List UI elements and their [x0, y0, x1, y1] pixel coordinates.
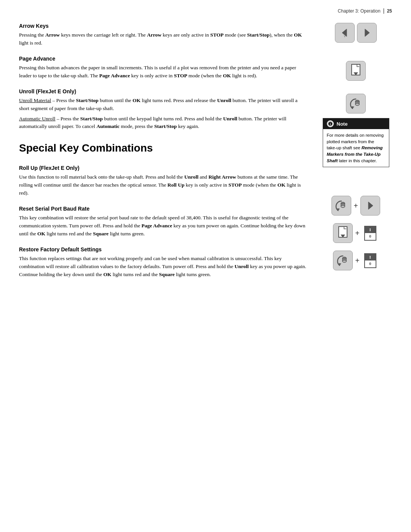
section-unroll: Unroll (FlexJet E Only) Unroll Material …	[19, 88, 308, 131]
header-divider	[384, 8, 384, 14]
roll-up-right-arrow-svg	[365, 200, 376, 211]
unroll-svg	[350, 97, 362, 110]
section-body-arrow-keys: Pressing the Arrow keys moves the carria…	[19, 31, 308, 47]
note-info-icon: i	[327, 120, 334, 127]
plus-icon-2: +	[355, 229, 359, 238]
section-body-reset-baud: This key combination will restore the se…	[19, 214, 308, 238]
svg-point-12	[341, 205, 345, 208]
info-circle-svg: i	[328, 121, 333, 126]
svg-point-7	[355, 103, 359, 105]
page-advance-button-icon	[346, 61, 366, 81]
reset-baud-icon-pair: + I 0	[333, 223, 378, 243]
section-title-unroll: Unroll (FlexJet E Only)	[19, 88, 308, 94]
restore-factory-icons-section: + I 0	[320, 251, 392, 278]
unroll-para-2: Automatic Unroll – Press the Start/Stop …	[19, 115, 308, 131]
plus-icon-3: +	[355, 256, 359, 265]
section-title-page-advance: Page Advance	[19, 56, 308, 62]
restore-factory-para: This function replaces settings that are…	[19, 255, 308, 279]
section-body-restore-factory: This function replaces settings that are…	[19, 255, 308, 279]
section-page-advance: Page Advance Pressing this button advanc…	[19, 56, 308, 80]
section-title-roll-up: Roll Up (FlexJet E Only)	[19, 165, 308, 171]
roll-up-unroll-icon	[331, 196, 351, 216]
svg-text:i: i	[330, 122, 331, 126]
restore-factory-icon-pair: + I 0	[333, 251, 378, 270]
power-top-2: I	[365, 254, 376, 260]
section-reset-baud: Reset Serial Port Baud Rate This key com…	[19, 206, 308, 238]
power-button-icon-1: I 0	[362, 223, 379, 243]
section-body-page-advance: Pressing this button advances the paper …	[19, 64, 308, 80]
arrow-keys-para: Pressing the Arrow keys moves the carria…	[19, 31, 308, 47]
note-header: i Note	[323, 118, 389, 129]
power-icon-container-2: I 0	[364, 253, 376, 268]
left-column: Arrow Keys Pressing the Arrow keys moves…	[19, 23, 308, 517]
content-area: Arrow Keys Pressing the Arrow keys moves…	[19, 23, 392, 517]
power-top-1: I	[365, 227, 376, 233]
power-bottom-2: 0	[365, 260, 376, 267]
reset-baud-page-advance-svg	[337, 226, 349, 240]
section-title-restore-factory: Restore Factory Default Settings	[19, 246, 308, 252]
roll-up-para: Use this function to roll material back …	[19, 173, 308, 197]
page-number: 25	[387, 8, 392, 14]
left-arrow-svg: Y	[339, 27, 350, 38]
unroll-icon-section: i Note For more details on removing plot…	[320, 94, 392, 175]
reset-baud-icons-section: + I 0	[320, 223, 392, 251]
unroll-para-1: Unroll Material – Press the Start/Stop b…	[19, 97, 308, 113]
right-column: Y	[320, 23, 392, 517]
section-title-reset-baud: Reset Serial Port Baud Rate	[19, 206, 308, 212]
right-arrow-button-icon	[357, 23, 377, 43]
arrow-key-icons: Y	[335, 23, 377, 43]
major-heading: Special Key Combinations	[19, 142, 308, 154]
power-button-icon-2: I 0	[362, 251, 379, 270]
section-body-roll-up: Use this function to roll material back …	[19, 173, 308, 197]
svg-marker-2	[365, 29, 370, 37]
svg-text:Y: Y	[344, 35, 346, 38]
svg-marker-13	[368, 202, 373, 209]
page-container: Chapter 3: Operation 25 Arrow Keys Press…	[0, 0, 411, 532]
page-advance-svg	[350, 64, 362, 78]
arrow-icons-section: Y	[320, 23, 392, 50]
svg-point-18	[342, 260, 346, 262]
power-icon-container-1: I 0	[364, 226, 376, 241]
restore-factory-unroll-svg	[337, 254, 349, 267]
right-arrow-svg	[361, 27, 373, 38]
restore-factory-unroll-icon	[333, 251, 353, 270]
power-bottom-1: 0	[365, 233, 376, 240]
roll-up-icons-section: +	[320, 196, 392, 223]
chapter-header-text: Chapter 3: Operation	[338, 8, 381, 14]
roll-up-unroll-svg	[335, 200, 347, 212]
page-header: Chapter 3: Operation 25	[338, 8, 392, 14]
page-advance-icon-section	[320, 61, 392, 88]
note-box: i Note For more details on removing plot…	[323, 118, 389, 167]
section-roll-up: Roll Up (FlexJet E Only) Use this functi…	[19, 165, 308, 197]
reset-baud-para: This key combination will restore the se…	[19, 214, 308, 238]
plus-icon-1: +	[354, 201, 358, 210]
note-title: Note	[337, 121, 348, 127]
section-title-arrow-keys: Arrow Keys	[19, 23, 308, 29]
roll-up-right-arrow-icon	[360, 196, 380, 216]
section-restore-factory: Restore Factory Default Settings This fu…	[19, 246, 308, 279]
note-body: For more details on removing plotted mar…	[323, 129, 389, 167]
left-arrow-button-icon: Y	[335, 23, 355, 43]
section-arrow-keys: Arrow Keys Pressing the Arrow keys moves…	[19, 23, 308, 47]
section-body-unroll: Unroll Material – Press the Start/Stop b…	[19, 97, 308, 131]
unroll-button-icon	[346, 94, 366, 113]
roll-up-icon-pair: +	[331, 196, 380, 216]
page-advance-para: Pressing this button advances the paper …	[19, 64, 308, 80]
reset-baud-page-advance-icon	[333, 223, 353, 243]
